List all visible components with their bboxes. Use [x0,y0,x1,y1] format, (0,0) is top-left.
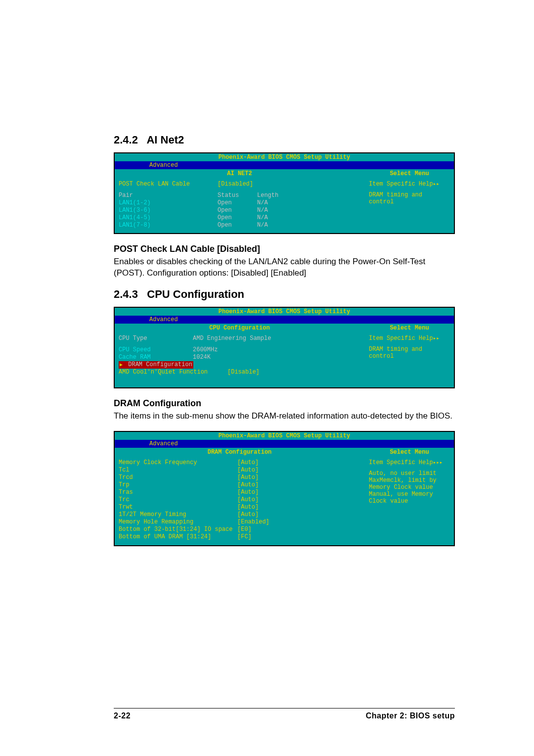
select-menu-label: Select Menu [365,324,454,332]
sec-num: 2.4.3 [114,288,138,300]
bios-right: Item Specific Help DRAM timing and contr… [365,179,454,233]
tab-advanced[interactable]: Advanced [149,316,178,323]
table-head: Pair Status Length [119,192,360,199]
help-text: DRAM timing and control [369,191,450,205]
table-row: LAN1(1-2) Open N/A [119,199,360,207]
dram-item[interactable]: Tcl[Auto] [119,467,360,474]
cpu-speed-row: CPU Speed 2600MHz [119,346,360,354]
section-2-4-3-title: 2.4.3 CPU Configuration [114,288,455,301]
item-help-label: Item Specific Help [369,459,450,466]
bios-left: Memory Clock Frequency[Auto] Tcl[Auto] T… [115,457,365,545]
panel-title: CPU Configuration [115,324,365,332]
bios-title: Phoenix-Award BIOS CMOS Setup Utility [115,153,454,161]
dram-item[interactable]: Bottom of 32-bit[31:24] IO space[E0] [119,526,360,533]
dram-item[interactable]: Bottom of UMA DRAM [31:24][FC] [119,533,360,541]
chapter-label: Chapter 2: BIOS setup [366,711,455,720]
sec-name: CPU Configuration [147,288,244,300]
bios-tabs: Advanced [115,440,454,448]
dram-item[interactable]: Tras[Auto] [119,489,360,496]
head-pair: Pair [119,192,218,199]
tab-advanced[interactable]: Advanced [149,440,178,447]
help-text: DRAM timing and control [369,346,450,360]
help-line: Memory Clock value [369,484,450,491]
bios-panel-dram: Phoenix-Award BIOS CMOS Setup Utility Ad… [114,431,455,546]
bios-right: Item Specific Help Auto, no user limit M… [365,457,454,545]
panel-title: DRAM Configuration [115,448,365,457]
dram-config-paragraph: The items in the sub-menu show the DRAM-… [114,411,455,422]
head-length: Length [257,192,287,199]
post-check-label: POST Check LAN Cable [119,181,218,188]
dram-config-submenu[interactable]: DRAM Configuration [119,361,360,369]
bios-tabs: Advanced [115,161,454,169]
panel-title: AI NET2 [115,169,365,178]
help-line: Manual, use Memory [369,491,450,498]
dram-config-heading: DRAM Configuration [114,398,455,409]
bios-panel-cpu: Phoenix-Award BIOS CMOS Setup Utility Ad… [114,307,455,388]
bios-right: Item Specific Help DRAM timing and contr… [365,333,454,387]
bios-left: POST Check LAN Cable [Disabled] Pair Sta… [115,179,365,233]
dram-item[interactable]: Trwt[Auto] [119,504,360,511]
page-number: 2-22 [114,711,131,720]
bios-left: CPU Type AMD Engineering Sample CPU Spee… [115,333,365,387]
section-2-4-2-title: 2.4.2 AI Net2 [114,134,455,146]
coolnquiet-row[interactable]: AMD Cool'n'Quiet Function [Disable] [119,369,360,376]
item-help-label: Item Specific Help [369,335,450,342]
bios-header-row: AI NET2 Select Menu [115,169,454,179]
bios-title: Phoenix-Award BIOS CMOS Setup Utility [115,432,454,440]
table-row: LAN1(3-6) Open N/A [119,207,360,214]
bios-title: Phoenix-Award BIOS CMOS Setup Utility [115,308,454,316]
select-menu-label: Select Menu [365,448,454,457]
post-check-value: [Disabled] [218,181,257,188]
select-menu-label: Select Menu [365,169,454,178]
post-check-row[interactable]: POST Check LAN Cable [Disabled] [119,181,360,188]
dram-item[interactable]: Memory Clock Frequency[Auto] [119,459,360,467]
bios-tabs: Advanced [115,316,454,324]
dram-item[interactable]: Memory Hole Remapping[Enabled] [119,519,360,526]
dram-item[interactable]: Trp[Auto] [119,481,360,489]
dram-item[interactable]: 1T/2T Memory Timing[Auto] [119,511,360,519]
submenu-arrow-icon [120,361,125,368]
table-row: LAN1(4-5) Open N/A [119,214,360,222]
item-help-label: Item Specific Help [369,181,450,188]
bios-panel-ainet2: Phoenix-Award BIOS CMOS Setup Utility Ad… [114,152,455,234]
help-line: Auto, no user limit [369,470,450,477]
page-footer: 2-22 Chapter 2: BIOS setup [114,708,455,720]
sec-num: 2.4.2 [114,134,138,146]
head-status: Status [218,192,257,199]
help-line: Clock value [369,498,450,505]
help-line: MaxMemclk, limit by [369,477,450,484]
sec-name: AI Net2 [146,134,184,146]
post-check-paragraph: Enables or disables checking of the LAN/… [114,256,455,279]
table-row: LAN1(7-8) Open N/A [119,222,360,229]
tab-advanced[interactable]: Advanced [149,162,178,169]
post-check-heading: POST Check LAN Cable [Disabled] [114,244,455,254]
cpu-type-row: CPU Type AMD Engineering Sample [119,335,360,342]
cache-row: Cache RAM 1024K [119,354,360,361]
dram-item[interactable]: Trcd[Auto] [119,474,360,481]
dram-item[interactable]: Trc[Auto] [119,496,360,504]
